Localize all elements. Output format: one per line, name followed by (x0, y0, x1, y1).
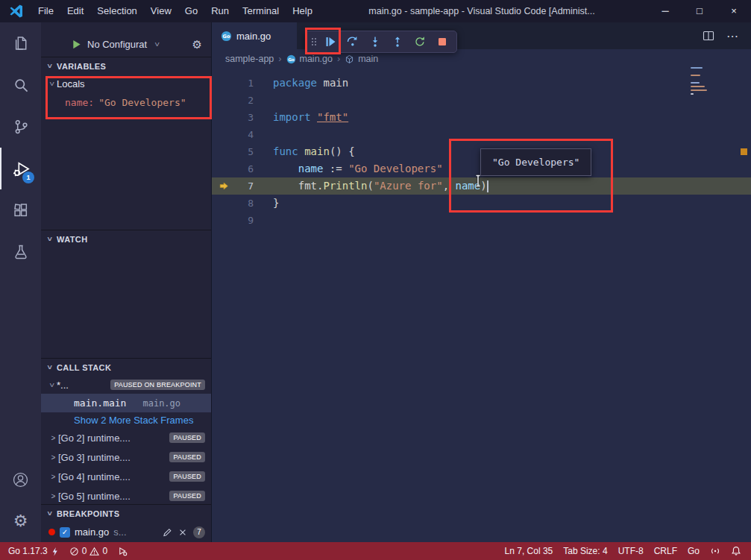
menu-terminal[interactable]: Terminal (236, 0, 286, 22)
breadcrumb-separator (277, 54, 282, 64)
code-line-3[interactable]: 3import "fmt" (212, 109, 751, 126)
go-version-status[interactable]: Go 1.17.3 (3, 542, 64, 560)
more-actions-icon[interactable]: ⋯ (726, 29, 739, 43)
minimap[interactable] (691, 65, 708, 97)
breakpoint-row[interactable]: main.go s... 7 (41, 522, 211, 542)
menu-selection[interactable]: Selection (90, 0, 143, 22)
window-title: main.go - sample-app - Visual Studio Cod… (321, 0, 643, 22)
line-text: name := "Go Developers" (254, 160, 443, 177)
breakpoints-section-header[interactable]: BREAKPOINTS (41, 504, 211, 522)
remove-breakpoint-close-icon[interactable] (178, 528, 187, 537)
breakpoint-dot-icon (48, 529, 55, 535)
edit-breakpoint-pencil-icon[interactable] (163, 527, 172, 537)
paused-on-breakpoint-badge: PAUSED ON BREAKPOINT (110, 380, 205, 390)
chevron-down-icon (45, 363, 54, 371)
show-more-stack-frames-link[interactable]: Show 2 More Stack Frames (41, 412, 211, 428)
activity-bar: 1 ⚙ (0, 22, 41, 542)
menu-file[interactable]: File (31, 0, 60, 22)
callstack-frame-row[interactable]: main.main main.go (41, 394, 211, 412)
tab-size-status[interactable]: Tab Size: 4 (558, 542, 612, 560)
breakpoints-body: main.go s... 7 (41, 522, 211, 542)
lightning-icon (51, 547, 59, 556)
continue-button[interactable] (319, 31, 342, 52)
debug-value-tooltip: "Go Developers" (480, 148, 591, 176)
step-over-button[interactable] (342, 31, 364, 52)
gutter-glyph[interactable] (216, 181, 231, 191)
callstack-goroutine-row[interactable]: [Go 3] runtime....PAUSED (41, 447, 211, 467)
account-icon[interactable] (0, 459, 41, 500)
code-line-8[interactable]: 8} (212, 195, 751, 212)
callstack-goroutine-row[interactable]: [Go 4] runtime....PAUSED (41, 467, 211, 486)
variables-scope-locals[interactable]: Locals (41, 75, 211, 92)
debug-status-icon[interactable] (113, 542, 133, 560)
debug-config-dropdown[interactable]: No Configurat (87, 39, 147, 50)
line-number: 4 (231, 126, 254, 143)
breadcrumb: sample-app Go main.go main (212, 49, 751, 69)
watch-body (41, 248, 211, 358)
breadcrumb-main[interactable]: main (358, 54, 378, 64)
breadcrumb-sample-app[interactable]: sample-app (225, 54, 274, 64)
call-stack-section-header[interactable]: CALL STACK (41, 358, 211, 376)
menu-help[interactable]: Help (286, 0, 319, 22)
code-line-9[interactable]: 9 (212, 212, 751, 229)
step-out-button[interactable] (386, 31, 409, 52)
maximize-icon[interactable]: □ (682, 0, 717, 22)
callstack-goroutine-row[interactable]: [Go 2] runtime....PAUSED (41, 428, 211, 447)
thread-label: *... (57, 380, 69, 391)
debug-launch-controls: No Configurat ⚙ (41, 22, 211, 57)
tab-strip: Go main.go ⋯ (212, 22, 751, 49)
stop-button[interactable] (431, 31, 453, 52)
toolbar-drag-handle-icon[interactable] (309, 36, 319, 48)
settings-gear-icon[interactable]: ⚙ (0, 500, 41, 542)
callstack-thread-row[interactable]: *... PAUSED ON BREAKPOINT (41, 376, 211, 394)
menu-edit[interactable]: Edit (60, 0, 90, 22)
line-number: 6 (231, 160, 254, 177)
mouse-ibeam-cursor-icon (474, 174, 482, 187)
chevron-down-icon[interactable] (152, 40, 162, 48)
goroutine-label: [Go 2] runtime.... (58, 432, 131, 444)
step-into-button[interactable] (364, 31, 386, 52)
extensions-icon[interactable] (0, 189, 41, 231)
encoding-status[interactable]: UTF-8 (613, 542, 649, 560)
code-line-4[interactable]: 4 (212, 126, 751, 143)
line-text: func main() { (254, 143, 355, 160)
source-control-icon[interactable] (0, 106, 41, 148)
problems-status[interactable]: 0 0 (64, 542, 113, 560)
breakpoint-line-badge: 7 (193, 526, 205, 538)
variable-row-name[interactable]: name: "Go Developers" (41, 92, 211, 112)
cursor-position-status[interactable]: Ln 7, Col 35 (500, 542, 559, 560)
run-and-debug-icon[interactable]: 1 (0, 148, 41, 189)
go-file-icon: Go (221, 31, 232, 42)
notifications-bell-icon[interactable] (726, 542, 747, 560)
split-editor-icon[interactable] (703, 30, 714, 42)
code-editor[interactable]: 1package main23import "fmt"45func main()… (212, 69, 751, 542)
remote-indicator-icon[interactable] (705, 542, 726, 560)
close-icon[interactable]: × (717, 0, 751, 22)
overview-ruler-marker (741, 148, 747, 155)
start-debugging-icon[interactable] (71, 39, 82, 50)
variables-section-header[interactable]: VARIABLES (41, 57, 211, 75)
language-mode-status[interactable]: Go (682, 542, 705, 560)
menu-go[interactable]: Go (178, 0, 204, 22)
breakpoint-checkbox[interactable] (60, 527, 70, 538)
search-icon[interactable] (0, 64, 41, 106)
tab-main-go[interactable]: Go main.go (212, 22, 297, 49)
code-line-2[interactable]: 2 (212, 92, 751, 109)
restart-button[interactable] (409, 31, 431, 52)
testing-beaker-icon[interactable] (0, 231, 41, 273)
breadcrumb-main-go[interactable]: main.go (300, 54, 333, 64)
goroutine-label: [Go 4] runtime.... (58, 471, 131, 482)
explorer-icon[interactable] (0, 22, 41, 64)
watch-title: WATCH (57, 235, 88, 244)
eol-status[interactable]: CRLF (649, 542, 682, 560)
watch-section-header[interactable]: WATCH (41, 230, 211, 248)
menu-run[interactable]: Run (204, 0, 236, 22)
menu-view[interactable]: View (144, 0, 178, 22)
text-caret (487, 180, 488, 192)
debug-config-gear-icon[interactable]: ⚙ (192, 39, 202, 50)
callstack-goroutine-row[interactable]: [Go 5] runtime....PAUSED (41, 486, 211, 504)
frame-function: main.main (74, 397, 126, 409)
code-line-1[interactable]: 1package main (212, 75, 751, 92)
minimize-icon[interactable]: ─ (648, 0, 682, 22)
line-number: 9 (231, 212, 254, 229)
